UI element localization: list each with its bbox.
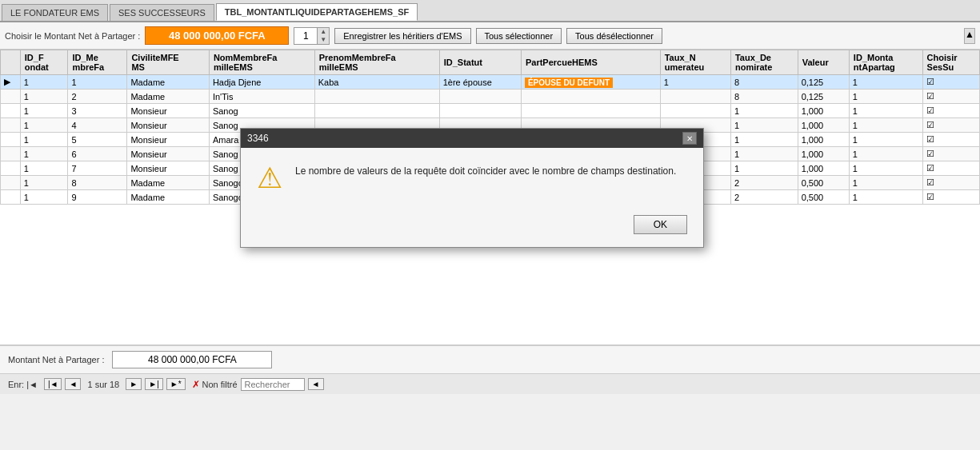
- modal-overlay: 3346 ✕ ⚠ Le nombre de valeurs de la requ…: [0, 0, 980, 450]
- modal-close-button[interactable]: ✕: [682, 132, 697, 145]
- modal-title-bar: 3346 ✕: [241, 129, 703, 148]
- modal-message: Le nombre de valeurs de la requête doit …: [295, 164, 687, 178]
- modal-body: ⚠ Le nombre de valeurs de la requête doi…: [241, 148, 703, 209]
- modal-title: 3346: [247, 133, 269, 144]
- warning-icon: ⚠: [257, 164, 282, 193]
- modal-ok-button[interactable]: OK: [634, 215, 687, 234]
- modal-dialog: 3346 ✕ ⚠ Le nombre de valeurs de la requ…: [240, 128, 704, 248]
- modal-footer: OK: [241, 209, 703, 247]
